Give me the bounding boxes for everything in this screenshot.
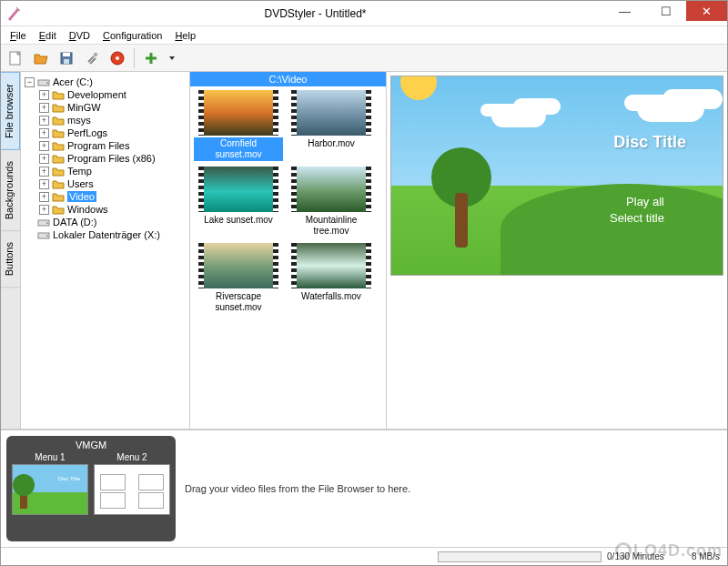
- settings-button[interactable]: [81, 47, 103, 69]
- sidetabs: File browser Backgrounds Buttons: [1, 72, 21, 429]
- add-button[interactable]: [140, 47, 162, 69]
- sidetab-backgrounds[interactable]: Backgrounds: [1, 150, 20, 231]
- save-button[interactable]: [56, 47, 77, 69]
- folder-icon: [52, 204, 65, 215]
- menu-file[interactable]: File: [5, 28, 32, 43]
- video-thumbnail[interactable]: Mountainline tree.mov: [287, 167, 376, 238]
- sun-graphic: [400, 76, 437, 100]
- menu-option-playall[interactable]: Play all: [626, 195, 664, 208]
- thumbnail-label: Mountainline tree.mov: [287, 214, 376, 238]
- statusbar: 0/130 Minutes 8 MB/s: [1, 547, 727, 565]
- svg-point-10: [46, 222, 48, 224]
- tree-root: − Acer (C:) +Development+MinGW+msys+Perf…: [25, 76, 186, 241]
- menu-thumb-preview: Disc Title: [12, 464, 88, 515]
- app-icon: [6, 6, 21, 21]
- sidetab-buttons[interactable]: Buttons: [1, 231, 20, 288]
- expander-icon[interactable]: +: [39, 205, 49, 215]
- thumbnail-label: Waterfalls.mov: [298, 290, 364, 303]
- tree-drive-c[interactable]: − Acer (C:): [25, 76, 186, 88]
- hill-graphic: [500, 184, 723, 275]
- tree-folder[interactable]: +Users: [39, 177, 186, 190]
- expander-icon[interactable]: +: [39, 116, 49, 126]
- video-thumbnail[interactable]: Lake sunset.mov: [194, 167, 283, 238]
- drive-icon: [37, 76, 50, 87]
- vmgm-menu1[interactable]: Menu 1 Disc Title: [12, 452, 88, 515]
- tree-folder[interactable]: +Temp: [39, 165, 186, 177]
- tree-folder[interactable]: +Development: [39, 88, 186, 101]
- tree-folder[interactable]: +Windows: [39, 203, 186, 216]
- tree-children: +Development+MinGW+msys+PerfLogs+Program…: [25, 88, 186, 216]
- main-area: File browser Backgrounds Buttons − Acer …: [1, 72, 727, 429]
- video-thumbnail[interactable]: Riverscape sunset.mov: [194, 243, 283, 314]
- tree-folder[interactable]: +msys: [39, 114, 186, 126]
- expander-icon[interactable]: +: [39, 90, 49, 100]
- main-window: DVDStyler - Untitled* — ☐ ✕ File Edit DV…: [0, 0, 728, 566]
- drive-icon: [37, 229, 50, 240]
- svg-point-8: [46, 82, 48, 84]
- dvd-menu-preview[interactable]: Disc Title Play all Select title: [390, 76, 723, 276]
- new-button[interactable]: [5, 47, 26, 69]
- thumbnail-image: [291, 243, 371, 288]
- add-dropdown-button[interactable]: [166, 47, 178, 69]
- tree-folder[interactable]: +Program Files: [39, 139, 186, 152]
- expander-icon[interactable]: +: [39, 192, 49, 202]
- tree-folder[interactable]: +Program Files (x86): [39, 152, 186, 165]
- folder-icon: [52, 140, 65, 151]
- drag-hint-text: Drag your video files from the File Brow…: [185, 436, 722, 541]
- maximize-button[interactable]: ☐: [645, 1, 686, 21]
- folder-icon: [52, 153, 65, 164]
- thumbnail-label: Cornfield sunset.mov: [194, 137, 283, 161]
- thumbnail-label: Harbor.mov: [305, 137, 358, 150]
- vmgm-box: VMGM Menu 1 Disc Title Menu 2: [6, 436, 176, 541]
- tree-graphic: [455, 193, 468, 248]
- video-thumbnail[interactable]: Harbor.mov: [287, 90, 376, 161]
- thumbnail-image: [291, 90, 371, 136]
- svg-rect-2: [63, 53, 70, 56]
- minimize-button[interactable]: —: [604, 1, 645, 21]
- status-minutes: 0/130 Minutes: [607, 551, 664, 561]
- expander-icon[interactable]: +: [39, 154, 49, 164]
- folder-icon: [52, 178, 65, 189]
- svg-point-6: [116, 56, 119, 60]
- menu-dvd[interactable]: DVD: [64, 28, 96, 43]
- expander-icon[interactable]: +: [39, 141, 49, 151]
- video-thumbnail[interactable]: Waterfalls.mov: [287, 243, 376, 314]
- vmgm-menu2[interactable]: Menu 2: [94, 452, 170, 515]
- expander-icon[interactable]: +: [39, 103, 49, 113]
- vmgm-menus: Menu 1 Disc Title Menu 2: [12, 452, 170, 515]
- tree-folder[interactable]: +MinGW: [39, 101, 186, 114]
- menu-configuration[interactable]: Configuration: [97, 28, 167, 43]
- expander-icon[interactable]: +: [39, 167, 49, 177]
- menu-option-selecttitle[interactable]: Select title: [610, 211, 664, 225]
- video-thumbnail[interactable]: Cornfield sunset.mov: [194, 90, 283, 161]
- toolbar: [1, 45, 727, 72]
- timeline-panel: VMGM Menu 1 Disc Title Menu 2 Drag your …: [1, 429, 727, 547]
- svg-rect-4: [93, 52, 98, 57]
- thumb-path-header: C:\Video: [190, 72, 386, 86]
- tree-folder[interactable]: +Video: [39, 190, 186, 203]
- expander-icon[interactable]: −: [25, 77, 35, 87]
- titlebar: DVDStyler - Untitled* — ☐ ✕: [1, 1, 727, 26]
- close-button[interactable]: ✕: [686, 1, 727, 21]
- expander-icon[interactable]: +: [39, 179, 49, 189]
- tree-folder[interactable]: +PerfLogs: [39, 126, 186, 139]
- thumbnail-image: [291, 167, 371, 212]
- disc-title-text[interactable]: Disc Title: [613, 133, 686, 152]
- menu-edit[interactable]: Edit: [34, 28, 62, 43]
- tree-drive-x[interactable]: Lokaler Datenträger (X:): [25, 228, 186, 241]
- burn-button[interactable]: [106, 47, 128, 69]
- menubar: File Edit DVD Configuration Help: [1, 26, 727, 45]
- thumbnail-image: [198, 167, 278, 212]
- menu-thumb-preview: [94, 464, 170, 515]
- folder-icon: [52, 191, 65, 202]
- folder-icon: [52, 89, 65, 100]
- folder-icon: [52, 127, 65, 138]
- progress-bar: [438, 551, 602, 562]
- thumbnail-label: Riverscape sunset.mov: [194, 290, 283, 314]
- expander-icon[interactable]: +: [39, 128, 49, 138]
- open-button[interactable]: [30, 47, 52, 69]
- thumbnail-label: Lake sunset.mov: [201, 214, 276, 227]
- sidetab-file-browser[interactable]: File browser: [1, 72, 20, 150]
- menu-help[interactable]: Help: [169, 28, 201, 43]
- tree-drive-d[interactable]: DATA (D:): [25, 216, 186, 228]
